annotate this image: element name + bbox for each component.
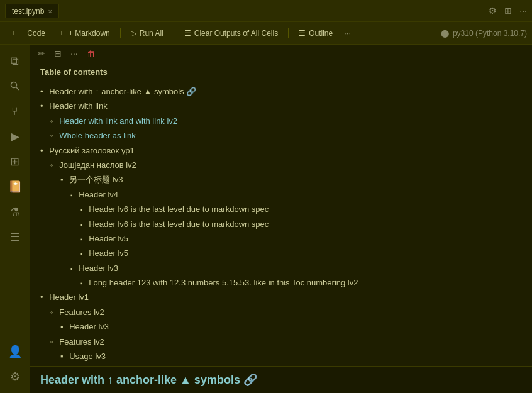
toolbar-separator-2 <box>174 28 174 38</box>
notebook-icon[interactable]: 📔 <box>4 175 26 198</box>
activity-bar: ⧉ ⑂ ▶ ⊞ 📔 ⚗ ☰ 👤 ⚙ <box>0 45 30 393</box>
list-item: Features lv2 <box>40 335 522 349</box>
file-tab-label: test.ipynb <box>12 7 44 16</box>
toolbar-separator-3 <box>288 28 289 38</box>
list-item: Whole header as link <box>40 128 522 143</box>
more-actions-icon[interactable]: ··· <box>519 6 527 16</box>
title-bar-right: ⚙ ⊞ ··· <box>489 6 527 16</box>
toolbar-separator <box>120 28 121 38</box>
notebook-content: ✏ ⊟ ··· 🗑 Table of contents Header with … <box>30 45 532 393</box>
pages-icon[interactable]: ☰ <box>4 226 26 248</box>
list-item: Header lv4 <box>40 187 522 202</box>
list-item: Header lv5 <box>40 231 522 246</box>
search-icon[interactable] <box>4 75 26 97</box>
list-item: 另一个标题 lv3 <box>40 172 522 187</box>
list-item: Header lv6 is the last level due to mark… <box>40 217 522 231</box>
bottom-header-text: Header with ↑ anchor-like ▲ symbols 🔗 <box>40 373 257 387</box>
list-item: Long header 123 with 12.3 numbers 5.15.5… <box>40 275 522 290</box>
list-item: Јошједан наслов lv2 <box>40 158 522 172</box>
list-item: Usage lv3 <box>40 349 522 363</box>
title-bar: test.ipynb × ⚙ ⊞ ··· <box>0 0 532 22</box>
outline-icon: ☰ <box>299 29 306 38</box>
cell-toolbar: ✏ ⊟ ··· 🗑 <box>30 45 532 62</box>
explorer-icon[interactable]: ⧉ <box>4 50 26 72</box>
add-code-button[interactable]: ＋ + Code <box>5 26 50 40</box>
add-markdown-button[interactable]: ＋ + Markdown <box>53 26 115 40</box>
toc-list: Header with ↑ anchor-like ▲ symbols 🔗 He… <box>40 84 522 366</box>
settings-icon[interactable]: ⚙ <box>489 6 497 16</box>
toc-container: Table of contents Header with ↑ anchor-l… <box>30 62 532 366</box>
list-item: Configuration lv2 <box>40 363 522 366</box>
edit-cell-icon[interactable]: ✏ <box>35 47 48 60</box>
list-item: Header with link and with link lv2 <box>40 114 522 128</box>
list-item: Header with link <box>40 99 522 113</box>
source-control-icon[interactable]: ⑂ <box>4 100 26 123</box>
account-icon[interactable]: 👤 <box>4 340 26 363</box>
svg-point-0 <box>11 82 16 88</box>
run-all-button[interactable]: ▷ Run All <box>126 27 169 40</box>
list-item: Features lv2 <box>40 305 522 319</box>
run-debug-icon[interactable]: ▶ <box>4 125 26 148</box>
delete-cell-icon[interactable]: 🗑 <box>84 47 98 60</box>
list-item: Header lv5 <box>40 246 522 260</box>
outline-button[interactable]: ☰ Outline <box>294 27 338 40</box>
clear-icon: ☰ <box>184 29 191 38</box>
list-item: Header lv3 <box>40 319 522 334</box>
list-item: Header with ↑ anchor-like ▲ symbols 🔗 <box>40 84 522 99</box>
toolbar-more-button[interactable]: ··· <box>340 26 355 40</box>
tab-close-button[interactable]: × <box>48 8 52 15</box>
file-tab[interactable]: test.ipynb × <box>5 4 59 18</box>
clear-outputs-button[interactable]: ☰ Clear Outputs of All Cells <box>179 27 283 40</box>
kernel-info[interactable]: ⬤ py310 (Python 3.10.7) <box>441 29 527 38</box>
toc-link[interactable]: Header with link and with link lv2 <box>59 116 177 126</box>
split-cell-icon[interactable]: ⊟ <box>52 47 64 60</box>
list-item: Header lv6 is the last level due to mark… <box>40 202 522 216</box>
list-item: Header lv1 <box>40 290 522 304</box>
cell-more-icon[interactable]: ··· <box>68 47 80 60</box>
plus-markdown-icon: ＋ <box>58 28 65 38</box>
extensions-icon[interactable]: ⊞ <box>4 150 26 173</box>
plus-code-icon: ＋ <box>10 28 18 38</box>
toc-link[interactable]: Whole header as link <box>59 131 135 140</box>
settings-gear-icon[interactable]: ⚙ <box>4 365 26 388</box>
bottom-header-display: Header with ↑ anchor-like ▲ symbols 🔗 <box>30 366 532 393</box>
main-area: ⧉ ⑂ ▶ ⊞ 📔 ⚗ ☰ 👤 ⚙ ✏ ⊟ ··· 🗑 Table of con… <box>0 45 532 393</box>
notebook-toolbar: ＋ + Code ＋ + Markdown ▷ Run All ☰ Clear … <box>0 22 532 45</box>
svg-line-1 <box>16 87 19 90</box>
toc-title: Table of contents <box>40 67 522 77</box>
run-all-icon: ▷ <box>131 29 136 38</box>
list-item: Header lv3 <box>40 261 522 275</box>
split-editor-icon[interactable]: ⊞ <box>504 6 512 16</box>
title-bar-left: test.ipynb × <box>5 4 59 18</box>
kernel-status-icon: ⬤ <box>441 29 449 38</box>
kernel-label: py310 (Python 3.10.7) <box>453 29 527 38</box>
list-item: Русский заголовок ур1 <box>40 143 522 158</box>
beaker-icon[interactable]: ⚗ <box>4 201 26 223</box>
